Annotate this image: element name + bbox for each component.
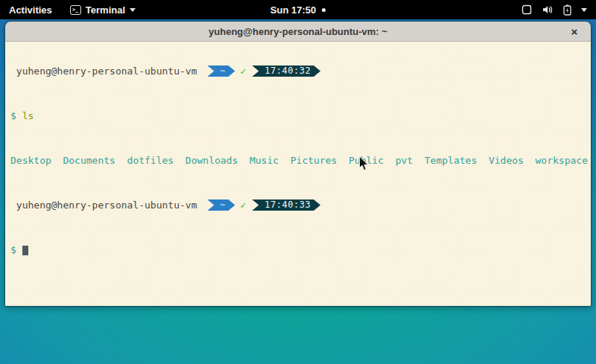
cwd-segment: ~ [207,199,235,211]
directory-name: Pictures [291,155,337,166]
volume-icon [542,4,554,15]
prompt-symbol: $ [10,110,16,121]
status-check-icon: ✓ [241,66,247,77]
status-check-icon: ✓ [241,199,247,211]
directory-name: workspace [536,155,588,166]
directory-name: Templates [425,155,477,166]
screen-icon [522,4,532,15]
clock-label: Sun 17:50 [270,4,316,16]
clock-button[interactable]: Sun 17:50 [261,0,335,19]
directory-name: Desktop [10,155,51,166]
cwd-segment: ~ [207,66,235,77]
directory-name: dotfiles [127,155,174,166]
time-label: 17:40:32 [264,66,311,76]
directory-name: Downloads [186,155,238,166]
close-button[interactable]: × [565,22,583,41]
terminal-app-icon: >_ [70,5,81,15]
terminal-window: yuheng@henry-personal-ubuntu-vm: ~ × yuh… [4,21,592,307]
system-status-area[interactable] [513,0,596,19]
command-text: ls [22,110,34,121]
prompt-line-1: yuheng@henry-personal-ubuntu-vm ~✓17:40:… [10,66,591,77]
top-bar: Activities >_ Terminal Sun 17:50 [0,0,596,19]
desktop: Activities >_ Terminal Sun 17:50 [0,0,596,364]
directory-name: Videos [489,155,524,166]
current-prompt-line: $ [10,244,591,255]
directory-name: Music [250,155,279,166]
directory-name: Public [349,155,384,166]
prompt-user-host: yuheng@henry-personal-ubuntu-vm [10,66,203,77]
terminal-content[interactable]: yuheng@henry-personal-ubuntu-vm ~✓17:40:… [5,42,591,306]
prompt-line-2: yuheng@henry-personal-ubuntu-vm ~✓17:40:… [10,199,591,211]
chevron-down-icon [581,8,587,12]
focused-app-menu[interactable]: >_ Terminal [61,0,145,19]
command-line: $ls [10,110,591,121]
ls-output: Desktop Documents dotfiles Downloads Mus… [10,155,591,166]
window-title: yuheng@henry-personal-ubuntu-vm: ~ [209,26,387,37]
chevron-down-icon [130,8,136,12]
battery-charging-icon [563,4,571,16]
text-cursor [22,246,28,255]
activities-button[interactable]: Activities [0,0,61,19]
prompt-symbol: $ [10,244,16,255]
directory-name: Documents [63,155,115,166]
topbar-left: Activities >_ Terminal [0,0,145,19]
cwd-label: ~ [220,199,225,210]
topbar-right [513,0,596,19]
directory-name: pvt [396,155,413,166]
focused-app-label: Terminal [86,4,125,16]
cwd-label: ~ [220,66,225,76]
window-titlebar[interactable]: yuheng@henry-personal-ubuntu-vm: ~ × [5,22,591,42]
prompt-user-host: yuheng@henry-personal-ubuntu-vm [10,199,203,211]
time-segment: 17:40:32 [252,66,320,77]
time-label: 17:40:33 [264,199,311,210]
notification-dot-icon [322,8,326,12]
time-segment: 17:40:33 [252,199,320,211]
